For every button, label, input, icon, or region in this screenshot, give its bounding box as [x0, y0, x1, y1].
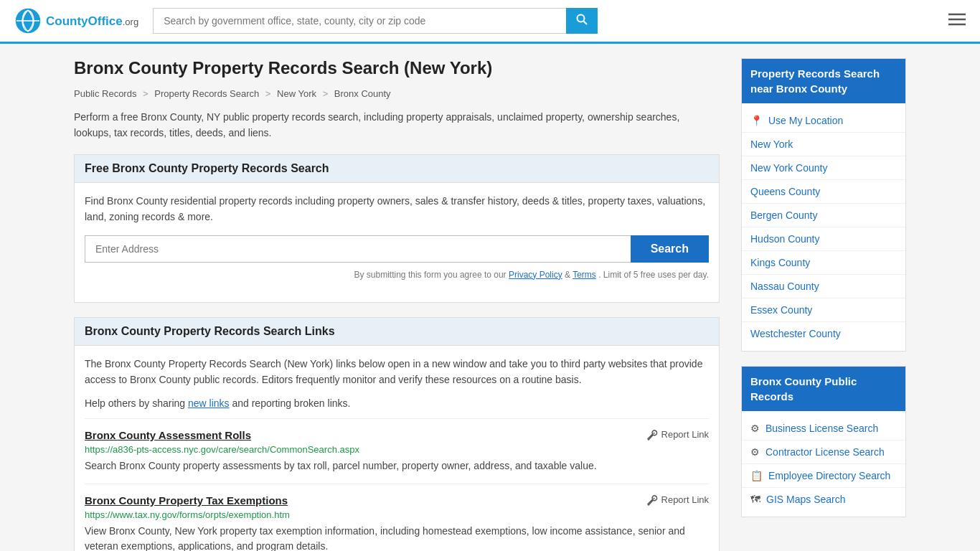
breadcrumb-sep-3: >	[323, 88, 329, 99]
sidebar-public-records-section: Bronx County Public Records ⚙ Business L…	[741, 366, 906, 517]
breadcrumb-public-records[interactable]: Public Records	[74, 88, 136, 99]
logo[interactable]: CountyOffice.org	[14, 7, 138, 34]
header-search-input[interactable]	[153, 8, 566, 34]
link-item-assessment-header: Bronx County Assessment Rolls Report Lin…	[85, 429, 709, 441]
employee-directory-link[interactable]: Employee Directory Search	[768, 470, 890, 481]
business-license-link[interactable]: Business License Search	[765, 423, 878, 434]
sidebar-item-nassau-county[interactable]: Nassau County	[742, 275, 905, 298]
report-label-2: Report Link	[661, 494, 709, 505]
search-icon	[576, 14, 588, 25]
location-icon: 📍	[750, 115, 763, 126]
logo-icon	[14, 7, 42, 34]
new-york-county-link[interactable]: New York County	[750, 162, 827, 174]
link-item-tax-title[interactable]: Bronx County Property Tax Exemptions	[85, 494, 288, 507]
report-label-1: Report Link	[661, 429, 709, 440]
intro-text: Perform a free Bronx County, NY public p…	[74, 109, 720, 141]
sidebar-item-westchester-county[interactable]: Westchester County	[742, 322, 905, 345]
sidebar-public-records-header: Bronx County Public Records	[742, 367, 905, 411]
new-york-link[interactable]: New York	[750, 138, 793, 150]
main-content: Bronx County Property Records Search (Ne…	[74, 58, 720, 551]
map-icon: 🗺	[750, 494, 760, 505]
sidebar-item-employee-directory[interactable]: 📋 Employee Directory Search	[742, 464, 905, 488]
sidebar-nearby-section: Property Records Search near Bronx Count…	[741, 58, 906, 352]
essex-county-link[interactable]: Essex County	[750, 304, 812, 316]
header-search-button[interactable]	[566, 8, 598, 34]
sidebar-item-contractor-license[interactable]: ⚙ Contractor License Search	[742, 441, 905, 464]
gis-maps-link[interactable]: GIS Maps Search	[766, 494, 846, 505]
sidebar-item-gis-maps[interactable]: 🗺 GIS Maps Search	[742, 488, 905, 511]
svg-line-5	[584, 22, 588, 25]
search-bar-container	[153, 8, 598, 34]
sidebar-item-essex-county[interactable]: Essex County	[742, 298, 905, 322]
new-links-link[interactable]: new links	[188, 397, 230, 409]
main-layout: Bronx County Property Records Search (Ne…	[60, 44, 920, 551]
bergen-county-link[interactable]: Bergen County	[750, 209, 817, 221]
breadcrumb-sep-2: >	[265, 88, 271, 99]
breadcrumb-bronx-county[interactable]: Bronx County	[334, 88, 391, 99]
hamburger-button[interactable]	[948, 11, 966, 30]
wrench-icon-2	[646, 494, 658, 506]
sidebar-use-location[interactable]: 📍 Use My Location	[742, 109, 905, 133]
westchester-county-link[interactable]: Westchester County	[750, 328, 841, 339]
links-section-header: Bronx County Property Records Search Lin…	[75, 318, 719, 346]
free-search-description: Find Bronx County residential property r…	[85, 193, 709, 225]
sidebar-item-new-york[interactable]: New York	[742, 133, 905, 156]
logo-text: CountyOffice.org	[46, 14, 138, 29]
kings-county-link[interactable]: Kings County	[750, 257, 810, 268]
gear-icon-contractor: ⚙	[750, 446, 760, 458]
sidebar-item-kings-county[interactable]: Kings County	[742, 251, 905, 275]
address-form: Search	[85, 235, 709, 263]
sidebar-item-hudson-county[interactable]: Hudson County	[742, 227, 905, 251]
nassau-county-link[interactable]: Nassau County	[750, 281, 819, 292]
search-button[interactable]: Search	[631, 235, 709, 263]
sidebar-item-bergen-county[interactable]: Bergen County	[742, 204, 905, 227]
link-item-tax-desc: View Bronx County, New York property tax…	[85, 524, 709, 551]
terms-suffix: . Limit of 5 free uses per day.	[598, 270, 709, 280]
svg-point-4	[578, 15, 585, 22]
link-item-assessment-desc: Search Bronx County property assessments…	[85, 458, 709, 474]
queens-county-link[interactable]: Queens County	[750, 186, 820, 197]
free-search-section: Free Bronx County Property Records Searc…	[74, 154, 720, 303]
terms-link[interactable]: Terms	[573, 270, 596, 280]
links-section-body: The Bronx County Property Records Search…	[75, 346, 719, 551]
header: CountyOffice.org	[0, 0, 980, 44]
breadcrumb-sep-1: >	[143, 88, 149, 99]
contractor-license-link[interactable]: Contractor License Search	[765, 446, 885, 458]
report-link-btn-2[interactable]: Report Link	[646, 494, 709, 506]
breadcrumb-property-records-search[interactable]: Property Records Search	[154, 88, 259, 99]
page-title: Bronx County Property Records Search (Ne…	[74, 58, 720, 78]
terms-prefix: By submitting this form you agree to our	[354, 270, 507, 280]
links-description: The Bronx County Property Records Search…	[85, 356, 709, 388]
privacy-policy-link[interactable]: Privacy Policy	[509, 270, 562, 280]
menu-icon	[948, 13, 966, 26]
link-item-assessment: Bronx County Assessment Rolls Report Lin…	[85, 418, 709, 484]
free-search-header: Free Bronx County Property Records Searc…	[75, 155, 719, 183]
form-terms: By submitting this form you agree to our…	[85, 268, 709, 282]
links-section: Bronx County Property Records Search Lin…	[74, 317, 720, 551]
sidebar-item-business-license[interactable]: ⚙ Business License Search	[742, 417, 905, 441]
links-share-text: Help others by sharing new links and rep…	[85, 395, 709, 411]
sidebar-item-queens-county[interactable]: Queens County	[742, 180, 905, 204]
link-item-tax-header: Bronx County Property Tax Exemptions Rep…	[85, 494, 709, 507]
link-item-assessment-url[interactable]: https://a836-pts-access.nyc.gov/care/sea…	[85, 444, 709, 455]
link-item-assessment-title[interactable]: Bronx County Assessment Rolls	[85, 429, 251, 441]
terms-ampersand: &	[565, 270, 573, 280]
report-link-btn-1[interactable]: Report Link	[646, 429, 709, 441]
link-item-tax: Bronx County Property Tax Exemptions Rep…	[85, 484, 709, 551]
breadcrumb-new-york[interactable]: New York	[277, 88, 316, 99]
wrench-icon-1	[646, 429, 658, 441]
hudson-county-link[interactable]: Hudson County	[750, 233, 820, 245]
use-my-location-link[interactable]: Use My Location	[768, 115, 843, 126]
book-icon: 📋	[750, 470, 763, 481]
sidebar: Property Records Search near Bronx Count…	[741, 58, 906, 551]
gear-icon-business: ⚙	[750, 423, 760, 434]
sidebar-nearby-body: 📍 Use My Location New York New York Coun…	[742, 103, 905, 351]
link-item-tax-url[interactable]: https://www.tax.ny.gov/forms/orpts/exemp…	[85, 509, 709, 520]
address-input[interactable]	[85, 235, 631, 263]
breadcrumb: Public Records > Property Records Search…	[74, 88, 720, 99]
free-search-body: Find Bronx County residential property r…	[75, 183, 719, 302]
sidebar-item-new-york-county[interactable]: New York County	[742, 156, 905, 180]
sidebar-nearby-header: Property Records Search near Bronx Count…	[742, 59, 905, 103]
sidebar-public-records-body: ⚙ Business License Search ⚙ Contractor L…	[742, 411, 905, 517]
